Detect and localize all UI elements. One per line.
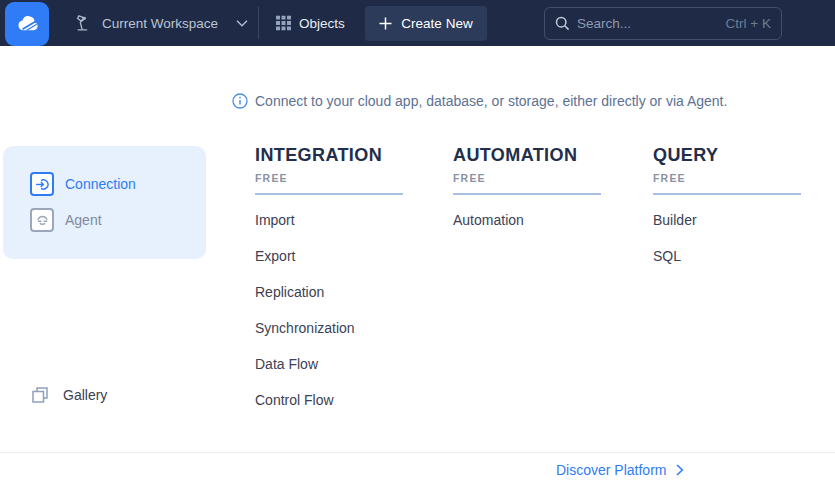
menu-item-sql[interactable]: SQL	[653, 238, 801, 274]
menu-item-automation[interactable]: Automation	[453, 202, 601, 238]
workspace-label: Current Workspace	[102, 16, 218, 31]
sidebar-item-agent[interactable]: Agent	[30, 208, 102, 232]
footer-divider	[0, 452, 835, 453]
create-new-label: Create New	[401, 16, 472, 31]
menu-item-data-flow[interactable]: Data Flow	[255, 346, 403, 382]
objects-button[interactable]: Objects	[276, 16, 345, 31]
category-rule	[453, 193, 601, 195]
category-integration: INTEGRATION FREE Import Export Replicati…	[255, 146, 403, 418]
category-title: QUERY	[653, 146, 801, 164]
search-input[interactable]	[577, 16, 719, 31]
sidebar-panel: Connection Agent	[3, 146, 206, 259]
info-banner-text: Connect to your cloud app, database, or …	[255, 93, 727, 109]
gallery-label: Gallery	[63, 387, 107, 403]
sidebar-item-label: Connection	[65, 176, 136, 192]
plan-badge: FREE	[453, 173, 601, 184]
app-window: Current Workspace Objects	[0, 0, 835, 490]
agent-icon	[30, 208, 54, 232]
gallery-icon	[32, 387, 48, 403]
plus-icon	[379, 17, 392, 30]
menu-item-control-flow[interactable]: Control Flow	[255, 382, 403, 418]
search-shortcut-hint: Ctrl + K	[726, 16, 771, 31]
plan-badge: FREE	[653, 173, 801, 184]
navbar-divider	[258, 7, 259, 39]
grid-icon	[276, 16, 291, 31]
sidebar-item-gallery[interactable]: Gallery	[32, 387, 107, 403]
menu-item-import[interactable]: Import	[255, 202, 403, 238]
menu-item-export[interactable]: Export	[255, 238, 403, 274]
search-icon	[555, 16, 570, 31]
category-rule	[653, 193, 801, 195]
create-new-button[interactable]: Create New	[365, 6, 487, 41]
discover-platform-label: Discover Platform	[556, 462, 666, 478]
chevron-down-icon	[236, 19, 248, 27]
plan-badge: FREE	[255, 173, 403, 184]
connection-icon	[30, 172, 54, 196]
info-icon	[232, 93, 248, 109]
category-title: INTEGRATION	[255, 146, 403, 164]
info-banner: Connect to your cloud app, database, or …	[232, 93, 727, 109]
workspace-icon	[74, 13, 95, 34]
sidebar-item-label: Agent	[65, 212, 102, 228]
category-query: QUERY FREE Builder SQL	[653, 146, 801, 274]
cloud-logo-icon	[13, 10, 41, 38]
category-automation: AUTOMATION FREE Automation	[453, 146, 601, 238]
sidebar-item-connection[interactable]: Connection	[30, 172, 136, 196]
menu-item-builder[interactable]: Builder	[653, 202, 801, 238]
app-logo[interactable]	[5, 2, 49, 46]
menu-item-replication[interactable]: Replication	[255, 274, 403, 310]
category-title: AUTOMATION	[453, 146, 601, 164]
discover-platform-link[interactable]: Discover Platform	[556, 462, 684, 478]
chevron-right-icon	[676, 464, 684, 476]
objects-label: Objects	[299, 16, 345, 31]
menu-item-synchronization[interactable]: Synchronization	[255, 310, 403, 346]
workspace-selector[interactable]: Current Workspace	[74, 13, 248, 34]
top-navbar: Current Workspace Objects	[0, 0, 835, 46]
global-search[interactable]: Ctrl + K	[544, 7, 782, 40]
category-rule	[255, 193, 403, 195]
